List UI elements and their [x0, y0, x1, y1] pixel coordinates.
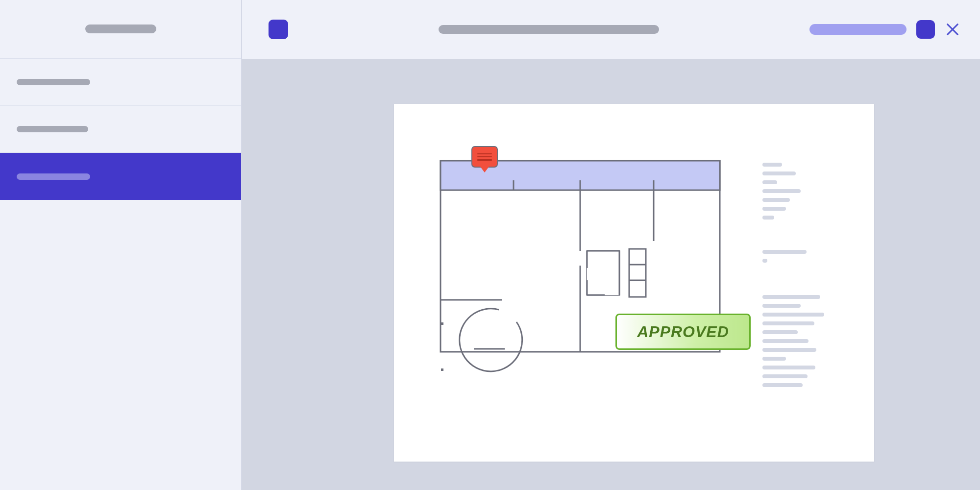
document-title [439, 25, 659, 34]
app-menu-button[interactable] [269, 20, 288, 39]
secondary-action-button[interactable] [916, 20, 935, 39]
comment-lines-icon [477, 153, 492, 161]
sidebar [0, 0, 242, 490]
svg-rect-21 [441, 322, 443, 325]
sidebar-item-label [17, 79, 90, 85]
sidebar-item-0[interactable] [0, 59, 241, 106]
sidebar-item-label [17, 126, 88, 132]
main: APPROVED [242, 0, 980, 490]
sidebar-item-label [17, 173, 90, 180]
primary-action-pill[interactable] [809, 24, 906, 35]
comment-pin-icon[interactable] [471, 146, 498, 168]
sidebar-item-2[interactable] [0, 153, 241, 200]
title-block-section-1 [762, 163, 801, 224]
title-block-section-3 [762, 295, 824, 392]
svg-rect-10 [587, 251, 619, 295]
close-icon[interactable] [945, 22, 960, 37]
floorplan-drawing [394, 104, 874, 462]
approval-stamp-text: APPROVED [637, 323, 729, 341]
title-block-section-2 [762, 250, 807, 268]
canvas[interactable]: APPROVED [242, 59, 980, 490]
svg-rect-22 [441, 368, 443, 371]
sidebar-title [85, 24, 156, 33]
sidebar-nav [0, 59, 241, 490]
document-page[interactable]: APPROVED [394, 104, 874, 462]
sidebar-header [0, 0, 241, 59]
sidebar-item-1[interactable] [0, 106, 241, 153]
topbar [242, 0, 980, 59]
approval-stamp[interactable]: APPROVED [615, 314, 751, 350]
svg-rect-16 [629, 249, 646, 297]
